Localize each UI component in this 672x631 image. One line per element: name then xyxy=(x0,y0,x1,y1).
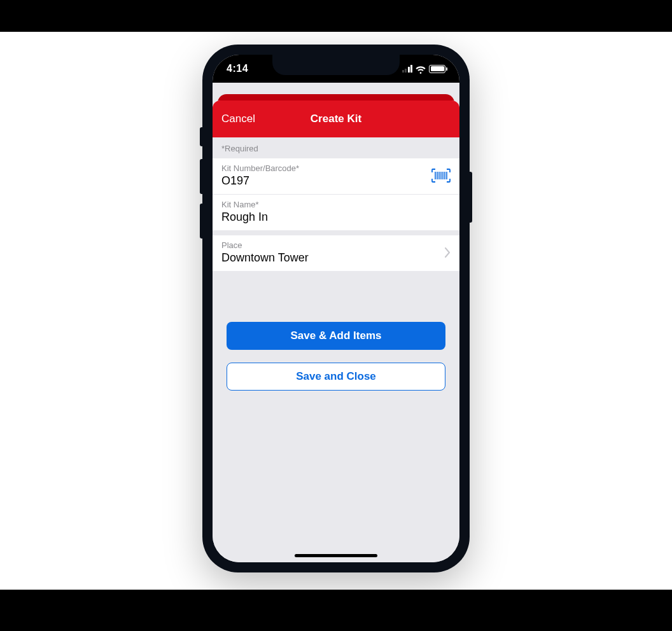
phone-side-button xyxy=(200,127,202,146)
wifi-icon xyxy=(416,65,426,73)
battery-icon xyxy=(429,65,445,73)
phone-side-button xyxy=(200,204,202,239)
save-add-items-button[interactable]: Save & Add Items xyxy=(227,322,445,350)
phone-frame: 4:14 xyxy=(202,45,470,572)
phone-notch xyxy=(272,55,400,75)
kit-number-input[interactable] xyxy=(221,174,426,188)
home-indicator[interactable] xyxy=(295,554,377,557)
place-cell[interactable]: Place Downtown Tower xyxy=(213,235,459,271)
required-note: *Required xyxy=(213,137,459,158)
kit-name-label: Kit Name* xyxy=(221,200,451,209)
chevron-right-icon xyxy=(444,247,451,258)
page-bottom-band xyxy=(0,590,672,631)
place-value: Downtown Tower xyxy=(221,251,439,265)
cancel-button[interactable]: Cancel xyxy=(221,113,255,125)
place-label: Place xyxy=(221,240,439,250)
status-time: 4:14 xyxy=(227,63,248,74)
page-top-band xyxy=(0,0,672,32)
cellular-signal-icon xyxy=(402,65,413,73)
kit-number-label: Kit Number/Barcode* xyxy=(221,163,426,173)
nav-bar: Cancel Create Kit xyxy=(213,101,459,137)
modal-sheet: Cancel Create Kit *Required Kit Number/B… xyxy=(213,101,459,562)
save-and-close-button[interactable]: Save and Close xyxy=(227,363,445,391)
barcode-scan-icon[interactable] xyxy=(431,169,451,183)
phone-screen: 4:14 xyxy=(213,55,459,562)
kit-number-cell[interactable]: Kit Number/Barcode* xyxy=(213,158,459,195)
phone-side-button xyxy=(470,172,472,223)
buttons-area: Save & Add Items Save and Close xyxy=(213,271,459,391)
form-group-place: Place Downtown Tower xyxy=(213,235,459,271)
kit-name-input[interactable] xyxy=(221,211,451,224)
form-group-main: Kit Number/Barcode* xyxy=(213,158,459,230)
kit-name-cell[interactable]: Kit Name* xyxy=(213,195,459,230)
phone-side-button xyxy=(200,159,202,194)
